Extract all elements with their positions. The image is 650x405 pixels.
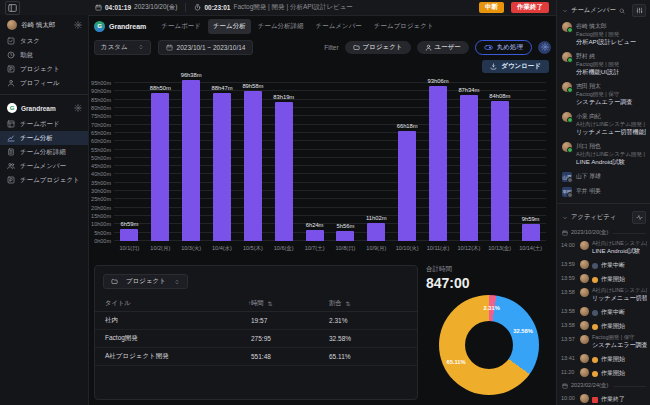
workspace-settings-gear-icon[interactable] (74, 104, 82, 112)
activity-item[interactable]: 13:58 作業中断 (557, 305, 650, 319)
sidebar-item-2[interactable]: プロジェクト (0, 62, 88, 76)
sidebar-item-label: プロフィール (20, 79, 60, 88)
bar-10/7(土)[interactable] (306, 230, 324, 241)
member-row[interactable]: 小泉 由紀 A社向けLINEシステム開発 | 開発 リッチメニュー切替機能開発 (557, 110, 650, 140)
activity-item[interactable]: 13:58 A社向けLINEシステム開発 | 開発 リッチメニュー切替機能開発 (557, 286, 650, 305)
activity-item[interactable]: 14:00 A社向けLINEシステム開発 | 試験 LINE Android試験 (557, 239, 650, 258)
col-pct[interactable]: 割合 (329, 299, 342, 308)
project-filter-button[interactable]: プロジェクト (345, 41, 411, 54)
member-task: 分析API設計レビュー (576, 38, 636, 47)
activity-avatar (580, 307, 589, 316)
bar-10/13(金)[interactable] (491, 101, 509, 241)
team-hours-bar-chart: 0h00m 5h00m 10h00m 15h00m 20h00m 25h00m … (88, 77, 557, 261)
user-filter-button[interactable]: ユーザー (417, 41, 469, 54)
donut-slice-label: 32.58% (513, 328, 533, 334)
table-header: タイトル↑ 時間⇅ 割合⇅ (95, 295, 417, 312)
sidebar-item-0[interactable]: タスク (0, 34, 88, 48)
member-project: A社向けLINEシステム開発 | 開発 (576, 121, 646, 128)
members-filter-button[interactable] (632, 4, 646, 17)
table-row[interactable]: A社プロジェクト開発 551:48 65.11% (95, 348, 417, 366)
bar-10/14(土)[interactable] (522, 224, 540, 241)
sidebar-team-item-3[interactable]: チームメンバー (0, 159, 88, 173)
bar-10/1(日)[interactable] (120, 229, 138, 241)
finish-work-button[interactable]: 作業終了 (511, 2, 549, 13)
sort-icon[interactable]: ⇅ (268, 300, 273, 307)
activity-item[interactable]: 13:57 Factog開発 | 保守 システムエラー調査 (557, 333, 650, 352)
table-row[interactable]: Factog開発 275:95 32.58% (95, 330, 417, 348)
x-axis-label: 10/1(日) (114, 245, 145, 252)
activity-time: 10:00 (561, 395, 577, 401)
y-axis-label: 15h00m (88, 213, 111, 219)
y-axis-label: 10h00m (88, 221, 111, 227)
table-row[interactable]: 社内 19:57 2.31% (95, 312, 417, 330)
pause-button[interactable]: 中断 (479, 2, 504, 13)
sidebar-team-item-0[interactable]: チームボード (0, 117, 88, 131)
activity-header[interactable]: アクティビティ (557, 207, 650, 227)
activity-item[interactable]: 11:20 作業開始 (557, 366, 650, 380)
download-button[interactable]: ダウンロード (482, 60, 549, 73)
member-row[interactable]: 山厚 山下 厚雄 (557, 170, 650, 185)
sort-icon[interactable]: ⇅ (346, 300, 351, 307)
workspace-menu[interactable]: G Grandream (0, 99, 88, 117)
user-menu[interactable]: 谷崎 慎太郎 (0, 15, 88, 34)
bar-slot: 88h50m (145, 83, 176, 241)
range-type-select[interactable]: カスタム (94, 40, 151, 55)
member-row[interactable]: 谷崎 慎太郎 Factog開発 | 開発 分析API設計レビュー (557, 20, 650, 50)
member-row[interactable]: 吉田 翔太 Factog開発 | 保守 システムエラー調査 (557, 80, 650, 110)
donut-slice-label: 2.31% (483, 305, 499, 311)
row-time: 19:57 (251, 317, 329, 324)
activity-item[interactable]: 13:59 作業開始 (557, 272, 650, 286)
y-axis-label: 40h00m (88, 171, 111, 177)
col-title[interactable]: タイトル (105, 299, 131, 308)
rounding-toggle[interactable]: 丸め処理 (475, 40, 532, 55)
sidebar-item-1[interactable]: 勤怠 (0, 48, 88, 62)
member-row[interactable]: 野村 純 Factog開発 | 開発 分析機能UI設計 (557, 50, 650, 80)
activity-item[interactable]: 13:58 作業開始 (557, 319, 650, 333)
updown-icon (174, 279, 180, 285)
tab-4[interactable]: チームプロジェクト (369, 19, 439, 34)
x-axis-label: 10/6(金) (268, 245, 299, 252)
bar-10/12(木)[interactable] (460, 95, 478, 241)
sidebar-toggle-icon[interactable] (5, 1, 20, 15)
member-initials-avatar: 山厚 (562, 172, 572, 182)
tab-3[interactable]: チームメンバー (311, 19, 367, 34)
tab-0[interactable]: チームボード (156, 19, 206, 34)
activity-task: システムエラー調査 (592, 341, 647, 350)
project-filter-label: プロジェクト (363, 43, 403, 52)
bar-10/5(木)[interactable] (244, 91, 262, 241)
col-time[interactable]: 時間 (251, 299, 264, 308)
user-settings-gear-icon[interactable] (74, 21, 82, 29)
sidebar-team-item-2[interactable]: チーム分析詳細 (0, 145, 88, 159)
bar-10/11(水)[interactable] (429, 86, 447, 241)
bar-10/2(月)[interactable] (151, 93, 169, 241)
user-icon (7, 79, 15, 87)
tab-1[interactable]: チーム分析 (208, 19, 251, 34)
bar-10/4(水)[interactable] (213, 93, 231, 241)
activity-item[interactable]: 13:41 作業開始 (557, 352, 650, 366)
bar-value-label: 83h19m (273, 94, 294, 100)
activity-filter-button[interactable] (632, 211, 646, 224)
y-axis-label: 25h00m (88, 196, 111, 202)
tab-2[interactable]: チーム分析詳細 (253, 19, 309, 34)
bar-slot: 84h08m (484, 83, 515, 241)
member-row[interactable]: 平明 平井 明美 (557, 185, 650, 200)
breakdown-dimension-select[interactable]: プロジェクト (103, 274, 188, 289)
y-axis-label: 45h00m (88, 163, 111, 169)
bar-10/10(火)[interactable] (398, 131, 416, 241)
activity-item[interactable]: 13:59 作業中断 (557, 258, 650, 272)
sidebar-item-3[interactable]: プロフィール (0, 76, 88, 90)
sidebar-team-item-1[interactable]: チーム分析 (0, 131, 88, 145)
bar-10/9(月)[interactable] (367, 223, 385, 241)
activity-date-header: 2023/10/20(金) (557, 227, 650, 239)
chart-settings-button[interactable] (538, 41, 551, 54)
date-range-picker[interactable]: 2023/10/1 ~ 2023/10/14 (158, 40, 254, 55)
team-members-header[interactable]: チームメンバー (557, 0, 650, 20)
activity-item[interactable]: 10:00 作業終了 (557, 392, 650, 405)
member-row[interactable]: 川口 翔也 A社向けLINEシステム開発 | 試験 LINE Android試験 (557, 140, 650, 170)
sidebar-team-item-4[interactable]: チームプロジェクト (0, 173, 88, 187)
bar-10/3(火)[interactable] (182, 80, 200, 241)
y-axis-label: 0h00m (88, 238, 111, 244)
search-icon[interactable] (619, 8, 625, 14)
bar-10/6(金)[interactable] (275, 102, 293, 241)
bar-10/8(日)[interactable] (336, 231, 354, 241)
